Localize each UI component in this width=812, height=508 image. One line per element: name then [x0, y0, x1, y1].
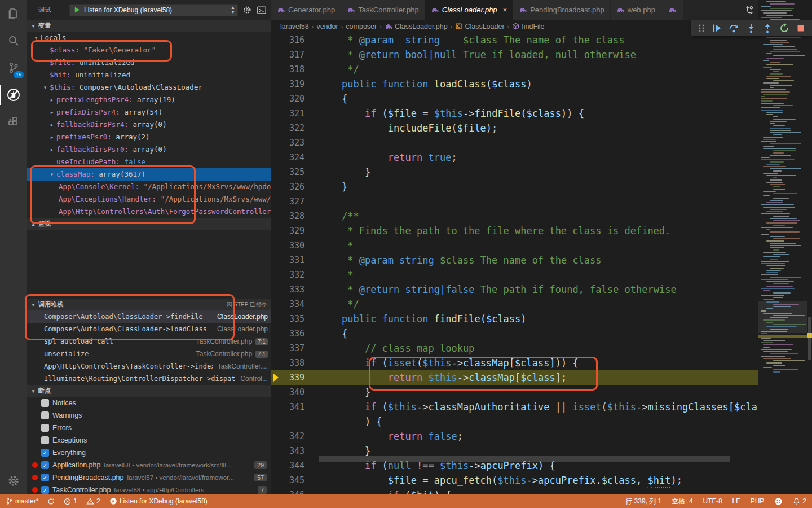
stop-icon[interactable]	[796, 24, 805, 33]
breakpoints-section-header[interactable]: ▾断点	[27, 385, 271, 397]
scope-locals[interactable]: ▾Locals	[27, 32, 271, 44]
stack-frame[interactable]: Composer\Autoload\ClassLoader->findFileC…	[27, 310, 271, 323]
line-number[interactable]: 334	[271, 297, 304, 312]
eol-item[interactable]: LF	[732, 497, 740, 505]
warnings-item[interactable]: 2	[86, 497, 100, 505]
twistie-icon[interactable]: ▸	[48, 119, 55, 131]
variable-row-AppHttpControllersAuthForgotPasswordController[interactable]: App\Http\Controllers\Auth\ForgotPassword…	[27, 205, 271, 218]
breakpoint-filter-Notices[interactable]: Notices	[27, 397, 271, 409]
code-line[interactable]: 320 {	[271, 91, 758, 106]
line-number[interactable]: 338	[271, 356, 304, 370]
variables-section-header[interactable]: ▾变量	[27, 20, 271, 32]
stack-frame[interactable]: spl_autoload_callTaskController.php7:1	[27, 335, 271, 348]
encoding-item[interactable]: UTF-8	[703, 497, 722, 505]
stack-frame[interactable]: unserializeTaskController.php7:1	[27, 348, 271, 360]
breadcrumb-item-composer[interactable]: composer	[346, 23, 377, 30]
line-number[interactable]: 318	[271, 62, 304, 77]
line-number[interactable]: 333	[271, 282, 304, 297]
code-line[interactable]: 319 public function loadClass($class)	[271, 77, 758, 91]
line-number[interactable]: 329	[271, 224, 304, 238]
breakpoint-Application.php[interactable]: ✓Application.phplaravel58 • vendor/larav…	[27, 459, 271, 471]
tab-web.php[interactable]: web.php	[611, 0, 661, 20]
breadcrumb-item-ClassLoader[interactable]: ClassLoader	[455, 23, 504, 30]
variable-row-fallbackDirsPsr4[interactable]: ▸fallbackDirsPsr4: array(0)	[27, 119, 271, 131]
line-number[interactable]: 325	[271, 165, 304, 179]
variable-row-classMap[interactable]: ▾classMap: array(3617)	[27, 168, 271, 181]
line-number[interactable]: 345	[271, 473, 304, 488]
code-editor[interactable]: 316 * @param string $class The name of t…	[271, 33, 758, 494]
code-line[interactable]: 318 */	[271, 62, 758, 77]
line-number[interactable]: 346	[271, 488, 304, 494]
code-line[interactable]: 340 }	[271, 385, 758, 400]
line-number[interactable]: 320	[271, 91, 304, 106]
code-line[interactable]: ) {	[271, 414, 758, 429]
code-line[interactable]: 322 includeFile($file);	[271, 121, 758, 135]
code-line[interactable]: 338 if (isset($this->classMap[$class])) …	[271, 356, 758, 370]
tab-stub[interactable]	[661, 0, 683, 20]
code-line[interactable]: 346 if ($hit) {	[271, 488, 758, 494]
language-mode-item[interactable]: PHP	[751, 497, 765, 505]
line-number[interactable]: 342	[271, 429, 304, 444]
line-number[interactable]: 323	[271, 135, 304, 150]
code-line[interactable]: 326 }	[271, 179, 758, 194]
variable-row-AppExceptionsHandler[interactable]: App\Exceptions\Handler: "/Applications/M…	[27, 193, 271, 205]
line-number[interactable]: 344	[271, 458, 304, 473]
line-number[interactable]: 337	[271, 341, 304, 356]
code-line[interactable]: 341 if ($this->classMapAuthoritative || …	[271, 400, 758, 414]
step-out-icon[interactable]	[762, 23, 773, 34]
minimap[interactable]	[758, 0, 807, 462]
line-number[interactable]: 319	[271, 77, 304, 91]
launch-config-select[interactable]: Listen for XDebug (laravel58) ▲▼	[69, 4, 238, 16]
watch-section-header[interactable]: ▴监视	[27, 218, 271, 230]
indentation-item[interactable]: 空格: 4	[672, 497, 692, 506]
breadcrumb-item-vendor[interactable]: vendor	[316, 23, 338, 30]
line-number[interactable]: 328	[271, 209, 304, 224]
breakpoint-PendingBroadcast.php[interactable]: ✓PendingBroadcast.phplaravel57 • vendor/…	[27, 471, 271, 484]
checkbox[interactable]: ✓	[41, 449, 49, 457]
line-number[interactable]: 336	[271, 326, 304, 341]
line-number[interactable]: 340	[271, 385, 304, 400]
variable-row-prefixesPsr0[interactable]: ▸prefixesPsr0: array(2)	[27, 131, 271, 143]
code-line[interactable]: 337 // class map lookup	[271, 341, 758, 356]
variable-row-prefixDirsPsr4[interactable]: ▸prefixDirsPsr4: array(54)	[27, 106, 271, 119]
stack-frame[interactable]: App\Http\Controllers\TaskController->ind…	[27, 360, 271, 373]
code-line[interactable]: 334 */	[271, 297, 758, 312]
breakpoint-filter-Exceptions[interactable]: Exceptions	[27, 434, 271, 446]
checkbox[interactable]: ✓	[41, 461, 49, 469]
code-line[interactable]: 325 }	[271, 165, 758, 179]
line-number[interactable]: 331	[271, 253, 304, 268]
line-number[interactable]: 335	[271, 312, 304, 326]
breakpoint-TaskController.php[interactable]: ✓TaskController.phplaravel58 • app/Http/…	[27, 484, 271, 494]
step-over-icon[interactable]	[729, 23, 739, 34]
line-number[interactable]: 341	[271, 400, 304, 414]
debug-icon[interactable]	[0, 81, 27, 108]
code-line[interactable]: 321 if ($file = $this->findFile($class))…	[271, 106, 758, 121]
open-changes-icon[interactable]	[744, 5, 754, 15]
twistie-icon[interactable]: ▾	[48, 168, 55, 181]
code-line[interactable]: 331 * @param string $class The name of t…	[271, 253, 758, 268]
explorer-icon[interactable]	[0, 0, 27, 27]
breadcrumb-item-findFile[interactable]: findFile	[512, 23, 544, 30]
line-number[interactable]: 343	[271, 444, 304, 458]
notifications-bell-item[interactable]: 2	[793, 497, 806, 505]
checkbox[interactable]: ✓	[41, 474, 49, 481]
variable-row-fallbackDirsPsr0[interactable]: ▸fallbackDirsPsr0: array(0)	[27, 143, 271, 156]
tab-TaskController.php[interactable]: TaskController.php	[341, 0, 425, 20]
checkbox[interactable]	[41, 424, 49, 432]
code-line[interactable]: 327	[271, 194, 758, 209]
code-line[interactable]: 336 {	[271, 326, 758, 341]
restart-icon[interactable]	[779, 23, 789, 33]
line-number[interactable]: 316	[271, 33, 304, 47]
git-branch-item[interactable]: master*	[6, 497, 38, 505]
code-line[interactable]: 335 public function findFile($class)	[271, 312, 758, 326]
line-number[interactable]: 324	[271, 150, 304, 165]
callstack-section-header[interactable]: ▾调用堆栈 因 STEP 已暂停	[27, 299, 271, 310]
variable-row-prefixLengthsPsr4[interactable]: ▸prefixLengthsPsr4: array(19)	[27, 94, 271, 106]
checkbox[interactable]	[41, 436, 49, 444]
code-line[interactable]: 333 * @return string|false The path if f…	[271, 282, 758, 297]
code-line[interactable]: 329 * Finds the path to the file where t…	[271, 224, 758, 238]
breadcrumb-item-laravel58[interactable]: laravel58	[280, 23, 309, 30]
overview-ruler[interactable]	[807, 0, 812, 462]
twistie-icon[interactable]: ▸	[48, 106, 55, 119]
feedback-smiley-icon[interactable]	[774, 497, 783, 506]
